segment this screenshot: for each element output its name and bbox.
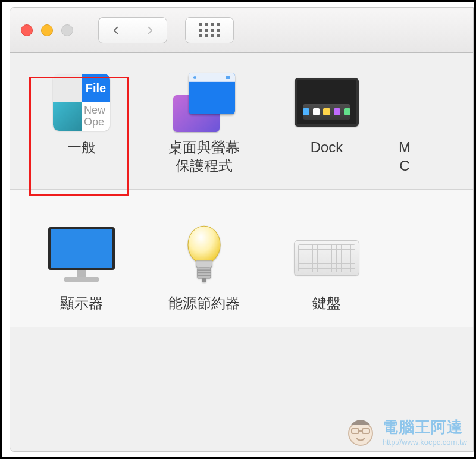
pref-dock[interactable]: Dock xyxy=(279,70,374,157)
watermark-title: 電腦王阿達 xyxy=(383,417,467,438)
pref-dock-label: Dock xyxy=(311,139,343,157)
lightbulb-icon xyxy=(183,224,226,292)
grid-icon xyxy=(199,23,220,37)
screenshot-frame: File NewOpe 一般 xyxy=(0,0,476,459)
pref-mission-control[interactable]: MC xyxy=(396,70,414,175)
chevron-right-icon xyxy=(145,25,155,36)
watermark: 電腦王阿達 http://www.kocpc.com.tw xyxy=(345,416,467,448)
system-preferences-window: File NewOpe 一般 xyxy=(10,7,474,452)
pref-keyboard[interactable]: 鍵盤 xyxy=(279,225,374,313)
pref-desktop-screensaver[interactable]: 桌面與螢幕 保護程式 xyxy=(151,70,258,175)
window-traffic-lights xyxy=(21,24,73,36)
pref-displays[interactable]: 顯示器 xyxy=(34,225,129,313)
displays-icon xyxy=(48,227,115,289)
window-close-button[interactable] xyxy=(21,24,33,36)
pref-energy-saver-label: 能源節約器 xyxy=(168,294,240,313)
dock-icon xyxy=(295,78,359,127)
pref-displays-label: 顯示器 xyxy=(60,294,103,313)
svg-point-0 xyxy=(188,227,220,264)
keyboard-icon xyxy=(294,240,359,276)
pref-keyboard-label: 鍵盤 xyxy=(312,294,341,313)
window-toolbar xyxy=(10,8,473,53)
annotation-highlight xyxy=(29,77,129,196)
watermark-face-icon xyxy=(345,416,377,448)
svg-rect-5 xyxy=(202,278,206,282)
pref-mission-control-label: MC xyxy=(399,139,411,175)
pref-energy-saver[interactable]: 能源節約器 xyxy=(151,225,258,313)
desktop-screensaver-icon xyxy=(173,73,235,132)
chevron-left-icon xyxy=(111,25,121,36)
prefs-row-2: 顯示器 xyxy=(10,190,473,327)
show-all-button[interactable] xyxy=(185,17,234,43)
nav-segmented-control xyxy=(98,17,167,43)
watermark-url: http://www.kocpc.com.tw xyxy=(383,438,467,447)
back-button[interactable] xyxy=(98,17,133,43)
pref-desktop-screensaver-label: 桌面與螢幕 保護程式 xyxy=(168,139,240,175)
window-zoom-button[interactable] xyxy=(61,24,73,36)
window-minimize-button[interactable] xyxy=(41,24,53,36)
forward-button[interactable] xyxy=(133,17,167,43)
